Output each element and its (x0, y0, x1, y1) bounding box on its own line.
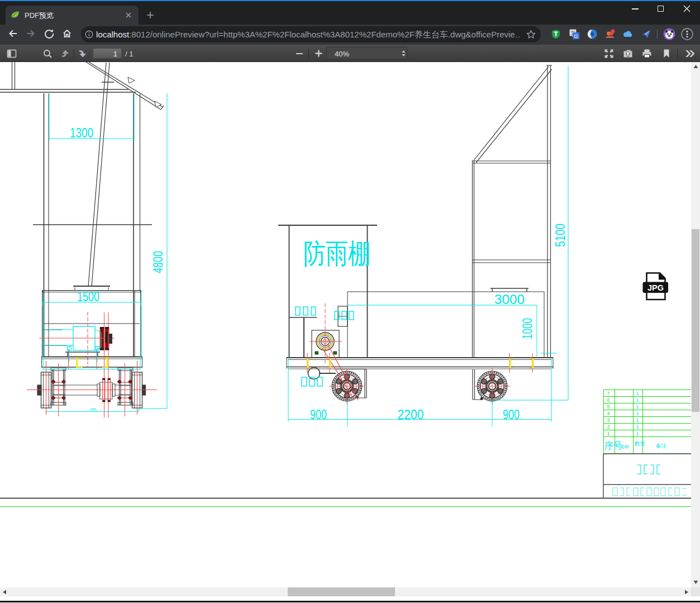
svg-text:5100: 5100 (553, 224, 568, 247)
svg-text:1: 1 (636, 404, 639, 410)
svg-text:防雨棚: 防雨棚 (303, 238, 370, 269)
svg-text:4800: 4800 (151, 251, 165, 273)
svg-text:1: 1 (636, 411, 639, 416)
svg-text:JPG: JPG (647, 283, 664, 292)
svg-text:1: 1 (636, 424, 639, 430)
svg-text:6: 6 (607, 397, 609, 403)
svg-text:3000: 3000 (494, 292, 525, 307)
svg-text:1300: 1300 (70, 126, 93, 140)
svg-text:数量: 数量 (635, 440, 646, 447)
svg-text:900: 900 (310, 407, 327, 422)
svg-text:1: 1 (636, 417, 639, 423)
svg-text:1000: 1000 (520, 318, 535, 339)
svg-text:1: 1 (636, 391, 639, 396)
svg-text:1: 1 (607, 431, 609, 436)
svg-text:备注: 备注 (656, 443, 666, 449)
svg-text:3: 3 (607, 417, 609, 423)
svg-text:5: 5 (607, 404, 609, 410)
svg-text:名称: 名称 (620, 444, 629, 449)
svg-text:1500: 1500 (77, 289, 99, 304)
svg-text:4: 4 (607, 411, 609, 416)
svg-text:900: 900 (503, 407, 520, 422)
svg-text:1: 1 (636, 431, 639, 436)
svg-text:G: G (574, 33, 578, 39)
svg-text:2200: 2200 (398, 407, 424, 422)
svg-text:2: 2 (607, 424, 609, 430)
svg-text:7: 7 (607, 391, 609, 396)
svg-text:1: 1 (636, 397, 639, 403)
